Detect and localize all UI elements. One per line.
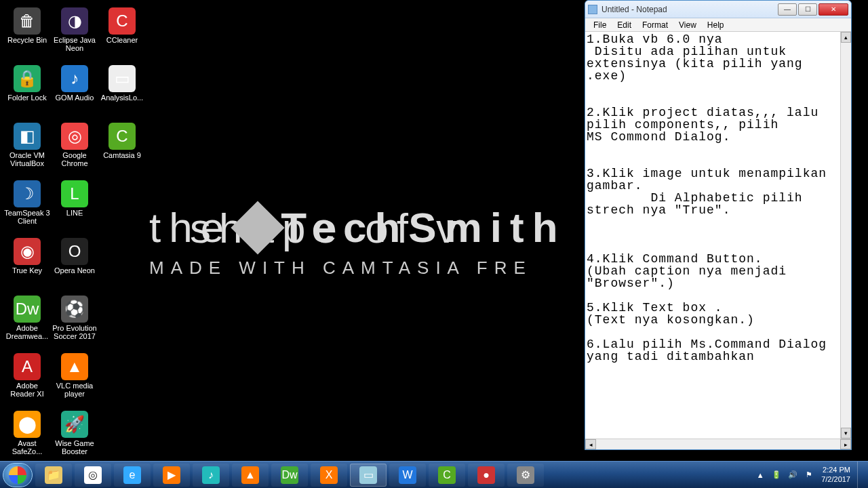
icon-label: LINE	[66, 209, 83, 217]
app-icon: 🗑	[14, 7, 41, 35]
desktop-icon[interactable]: ◎Google Chrome	[51, 119, 98, 176]
close-button[interactable]: ✕	[818, 3, 848, 16]
dreamweaver-icon: Dw	[281, 466, 298, 484]
taskbar-word[interactable]: W	[389, 464, 426, 487]
icon-label: AnalysisLo...	[101, 94, 143, 102]
app-icon: ☽	[14, 180, 41, 207]
desktop-icon[interactable]: ◉True Key	[3, 234, 51, 291]
clock-time: 2:24 PM	[821, 466, 850, 474]
vertical-scrollbar[interactable]: ▴ ▾	[840, 32, 851, 439]
app-icon: A	[14, 353, 41, 380]
desktop-icon[interactable]: ♪GOM Audio	[51, 61, 98, 119]
icon-label: VLC media player	[52, 382, 98, 398]
taskbar-ie[interactable]: e	[114, 464, 151, 487]
chrome-icon: ◎	[84, 466, 102, 484]
watermark-text-2: shape of v	[190, 204, 465, 252]
desktop-icon[interactable]: 🔒Folder Lock	[3, 61, 51, 119]
desktop-icon[interactable]: OOpera Neon	[51, 234, 98, 291]
icon-label: CCleaner	[106, 36, 138, 44]
app-icon: 🔒	[14, 65, 41, 92]
scroll-down-icon[interactable]: ▾	[841, 428, 851, 439]
menu-edit[interactable]: Edit	[612, 20, 637, 30]
maximize-button[interactable]: ☐	[798, 3, 817, 16]
notepad-icon	[588, 5, 597, 14]
app-icon: C	[108, 7, 136, 35]
titlebar[interactable]: Untitled - Notepad — ☐ ✕	[585, 1, 851, 18]
scroll-up-icon[interactable]: ▴	[841, 32, 851, 43]
taskbar-camtasia[interactable]: C	[429, 464, 465, 487]
taskbar-camtasia-rec[interactable]: ●	[468, 464, 505, 487]
taskbar-xampp[interactable]: X	[311, 464, 347, 487]
desktop-icon[interactable]: ▲VLC media player	[51, 349, 98, 407]
text-editor[interactable]: 1.Buka vb 6.0 nya Disitu ada pilihan unt…	[585, 32, 840, 439]
app-icon: Dw	[14, 296, 41, 323]
icon-label: Google Chrome	[52, 151, 98, 167]
file-explorer-icon: 📁	[45, 466, 62, 484]
desktop-icon[interactable]: DwAdobe Dreamwea...	[3, 291, 51, 349]
desktop-icon[interactable]: CCCleaner	[98, 3, 146, 61]
music-icon: ♪	[202, 466, 220, 484]
minimize-button[interactable]: —	[778, 3, 797, 16]
menu-view[interactable]: View	[673, 20, 702, 30]
desktop: 🗑Recycle Bin◑Eclipse Java NeonCCCleaner🔒…	[0, 0, 868, 488]
clock-date: 7/2/2017	[821, 475, 850, 484]
app-icon: L	[61, 180, 88, 207]
desktop-icon[interactable]: LLINE	[51, 176, 98, 234]
desktop-icon[interactable]: ⚽Pro Evolution Soccer 2017	[51, 291, 98, 349]
clock[interactable]: 2:24 PM 7/2/2017	[821, 466, 854, 483]
icon-label: Adobe Reader XI	[4, 382, 50, 398]
scroll-right-icon[interactable]: ▸	[840, 439, 851, 449]
taskbar-chrome[interactable]: ◎	[75, 464, 111, 487]
show-desktop-button[interactable]	[857, 462, 865, 489]
taskbar-notepad[interactable]: ▭	[350, 464, 387, 487]
camtasia-rec-icon: ●	[477, 466, 495, 484]
taskbar-tool[interactable]: ⚙	[507, 464, 544, 487]
app-icon: ◧	[14, 123, 41, 150]
vlc-icon: ▲	[241, 466, 259, 484]
horizontal-scrollbar[interactable]: ◂ ▸	[585, 439, 851, 449]
tray-icon-2[interactable]: 🔊	[787, 469, 799, 481]
icon-label: Pro Evolution Soccer 2017	[52, 324, 98, 340]
icon-label: Camtasia 9	[103, 151, 141, 159]
taskbar-gom[interactable]: ▶	[153, 464, 190, 487]
desktop-icon[interactable]: ▭AnalysisLo...	[98, 61, 146, 119]
desktop-icon[interactable]: ◑Eclipse Java Neon	[51, 3, 98, 61]
start-button[interactable]	[3, 463, 33, 487]
taskbar-music[interactable]: ♪	[193, 464, 229, 487]
desktop-icon-grid: 🗑Recycle Bin◑Eclipse Java NeonCCCleaner🔒…	[3, 3, 146, 464]
desktop-icon[interactable]: AAdobe Reader XI	[3, 349, 51, 407]
app-icon: ▲	[61, 353, 88, 380]
camtasia-icon: C	[438, 466, 456, 484]
taskbar: 📁◎e▶♪▲DwX▭WC●⚙ ▲🔋🔊⚑ 2:24 PM 7/2/2017	[0, 461, 868, 488]
tray-icon-1[interactable]: 🔋	[770, 469, 783, 481]
menubar: FileEditFormatViewHelp	[585, 18, 851, 32]
taskbar-dreamweaver[interactable]: Dw	[271, 464, 308, 487]
tray-icon-0[interactable]: ▲	[754, 469, 766, 481]
desktop-icon[interactable]: 🚀Wise Game Booster	[51, 407, 98, 464]
app-icon: C	[108, 123, 136, 150]
icon-label: Eclipse Java Neon	[52, 36, 98, 52]
icon-label: Folder Lock	[7, 94, 46, 102]
menu-help[interactable]: Help	[702, 20, 730, 30]
desktop-icon[interactable]: ☽TeamSpeak 3 Client	[3, 176, 51, 234]
icon-label: Adobe Dreamwea...	[4, 324, 50, 340]
app-icon: ⬤	[14, 411, 41, 438]
tray-icon-3[interactable]: ⚑	[803, 469, 815, 481]
icon-label: Oracle VM VirtualBox	[4, 151, 50, 167]
desktop-icon[interactable]: CCamtasia 9	[98, 119, 146, 176]
word-icon: W	[399, 466, 416, 484]
taskbar-vlc[interactable]: ▲	[232, 464, 269, 487]
taskbar-file-explorer[interactable]: 📁	[35, 464, 72, 487]
icon-label: TeamSpeak 3 Client	[4, 209, 50, 225]
desktop-icon[interactable]: ⬤Avast SafeZo...	[3, 407, 51, 464]
desktop-icon[interactable]: ◧Oracle VM VirtualBox	[3, 119, 51, 176]
ie-icon: e	[123, 466, 141, 484]
desktop-icon[interactable]: 🗑Recycle Bin	[3, 3, 51, 61]
menu-format[interactable]: Format	[637, 20, 673, 30]
icon-label: Recycle Bin	[7, 36, 47, 44]
icon-label: Avast SafeZo...	[4, 439, 50, 455]
scroll-left-icon[interactable]: ◂	[585, 439, 596, 449]
watermark-brand: TechSmith	[281, 203, 566, 251]
gom-icon: ▶	[163, 466, 180, 484]
menu-file[interactable]: File	[588, 20, 612, 30]
